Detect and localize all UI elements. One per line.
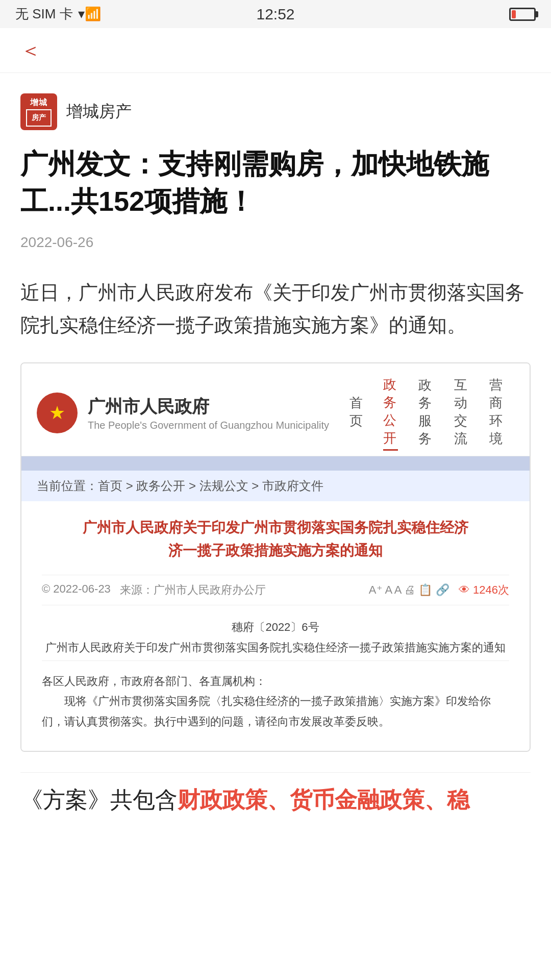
doc-nav-home[interactable]: 首页 [349,394,363,432]
doc-meta-right: A⁺ A A 🖨 📋 🔗 👁 1246次 [369,582,509,598]
article-title: 广州发文：支持刚需购房，加快地铁施工...共152项措施！ [20,145,531,220]
doc-body-line1: 广州市人民政府关于印发广州市贯彻落实国务院扎实稳住经济一揽子政策措施实施方案的通… [42,640,509,655]
back-button[interactable]: ＜ [15,31,46,69]
wifi-icon: ▾📶 [78,6,101,22]
content-area: 增城 房产 增城房产 广州发文：支持刚需购房，加快地铁施工...共152项措施！… [0,73,551,857]
status-right [509,8,536,21]
doc-nav-business[interactable]: 营商环境 [489,376,504,450]
doc-nav: 首页 政务公开 政务服务 互动交流 营商环境 [339,376,514,451]
doc-meta-row: © 2022-06-23 来源：广州市人民政府办公厅 A⁺ A A 🖨 📋 🔗 … [42,575,509,605]
doc-body-para1: 现将《广州市贯彻落实国务院〈扎实稳住经济的一揽子政策措施〉实施方案》印发给你们，… [42,691,509,731]
doc-embed: ★ 广州市人民政府 The People's Government of Gua… [20,362,531,752]
doc-meta-source: 来源：广州市人民政府办公厅 [120,582,266,598]
source-logo: 增城 房产 [20,93,57,130]
doc-logo: ★ [37,393,78,433]
article-date: 2022-06-26 [20,234,531,251]
battery-icon [509,8,536,21]
source-row: 增城 房产 增城房产 [20,93,531,130]
battery-fill [512,10,516,18]
doc-meta-left: © 2022-06-23 来源：广州市人民政府办公厅 [42,582,266,598]
source-name: 增城房产 [66,101,132,123]
doc-content-area: 广州市人民政府关于印发广州市贯彻落实国务院扎实稳住经济 济一揽子政策措施实施方案… [21,501,530,751]
source-logo-top: 增城 [30,97,47,108]
status-time: 12:52 [256,6,294,23]
doc-meta-date: © 2022-06-23 [42,582,111,598]
doc-number: 穗府〔2022〕6号 [42,620,509,635]
doc-site-sub: The People's Government of Guangzhou Mun… [88,420,329,431]
bottom-teaser: 《方案》共包含财政政策、货币金融政策、稳 [20,772,531,827]
doc-site-name: 广州市人民政府 [88,395,329,419]
doc-breadcrumb: 当前位置：首页 > 政务公开 > 法规公文 > 市政府文件 [21,471,530,501]
doc-views: 👁 1246次 [459,583,509,596]
doc-title-line2: 济一揽子政策措施实施方案的通知 [168,543,383,558]
doc-article-title: 广州市人民政府关于印发广州市贯彻落实国务院扎实稳住经济 济一揽子政策措施实施方案… [42,517,509,562]
bottom-teaser-prefix: 《方案》共包含 [20,787,178,812]
doc-recipients: 各区人民政府，市政府各部门、各直属机构： [42,671,509,692]
doc-nav-service[interactable]: 政务服务 [418,376,433,450]
doc-font-controls: A⁺ A A 🖨 📋 🔗 [369,583,449,596]
doc-nav-interact[interactable]: 互动交流 [454,376,469,450]
doc-header: ★ 广州市人民政府 The People's Government of Gua… [21,363,530,456]
doc-nav-zhengwu[interactable]: 政务公开 [383,376,398,451]
doc-highlight-bar [21,456,530,471]
doc-logo-star: ★ [49,402,65,424]
source-logo-box: 房产 [26,109,52,127]
carrier-text: 无 SIM 卡 [15,5,73,23]
bottom-teaser-highlight: 财政政策、货币金融政策、稳 [178,787,469,812]
source-logo-inner: 房产 [32,113,46,122]
doc-site-info: 广州市人民政府 The People's Government of Guang… [88,395,329,431]
doc-divider [42,660,509,661]
doc-title-line1: 广州市人民政府关于印发广州市贯彻落实国务院扎实稳住经济 [83,520,468,535]
article-body-intro: 近日，广州市人民政府发布《关于印发广州市贯彻落实国务院扎实稳住经济一揽子政策措施… [20,276,531,342]
status-left: 无 SIM 卡 ▾📶 [15,5,101,23]
nav-bar: ＜ [0,28,551,73]
status-bar: 无 SIM 卡 ▾📶 12:52 [0,0,551,28]
